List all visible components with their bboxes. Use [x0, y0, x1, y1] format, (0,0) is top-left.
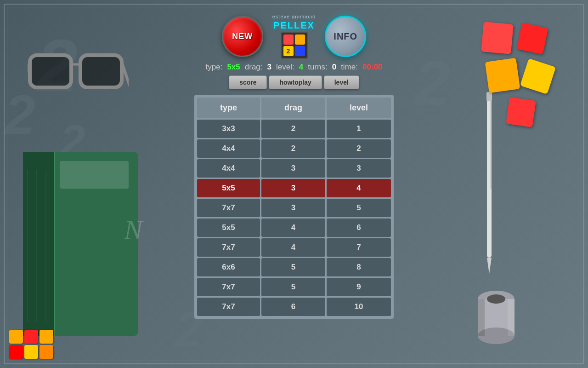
cell-drag-9: 6: [261, 298, 325, 316]
cell-type-4: 7x7: [197, 199, 260, 217]
cell-drag-8: 5: [261, 278, 325, 296]
new-button[interactable]: NEW: [222, 16, 263, 57]
turns-label: turns:: [308, 63, 328, 72]
cell-type-0: 3x3: [197, 120, 260, 138]
table-row[interactable]: 4x422: [197, 139, 391, 158]
pellex-cell-4: [295, 46, 305, 56]
table-row[interactable]: 7x735: [197, 199, 391, 217]
table-row[interactable]: 7x7610: [197, 298, 391, 316]
type-label: type:: [206, 63, 223, 72]
cell-drag-1: 2: [261, 139, 325, 158]
table-row[interactable]: 7x759: [197, 278, 391, 296]
status-bar: type: 5x5 drag: 3 level: 4 turns: 0 time…: [206, 63, 383, 72]
howtoplay-tab[interactable]: howtoplay: [269, 75, 322, 89]
turns-value: 0: [332, 63, 336, 72]
col-type: type: [197, 98, 260, 118]
cell-drag-4: 3: [261, 199, 325, 217]
cell-level-6: 7: [327, 238, 391, 257]
table-row[interactable]: 3x321: [197, 120, 391, 138]
cell-level-3: 4: [327, 179, 391, 197]
cell-level-5: 6: [327, 218, 391, 237]
header: NEW esteve animació PELLEX 2 INFO: [0, 0, 588, 59]
time-label: time:: [341, 63, 358, 72]
col-drag: drag: [261, 98, 325, 118]
cell-drag-5: 4: [261, 218, 325, 237]
cell-type-2: 4x4: [197, 159, 260, 178]
cell-type-7: 6x6: [197, 258, 260, 276]
cell-type-6: 7x7: [197, 238, 260, 257]
pellex-logo: esteve animació PELLEX 2: [272, 14, 316, 59]
tab-buttons: score howtoplay level: [229, 75, 359, 89]
pellex-cell-3: 2: [283, 46, 294, 56]
table-row[interactable]: 7x747: [197, 238, 391, 257]
main-content: NEW esteve animació PELLEX 2 INFO type: …: [0, 0, 588, 368]
cell-drag-7: 5: [261, 258, 325, 276]
level-label: level:: [276, 63, 294, 72]
cell-type-9: 7x7: [197, 298, 260, 316]
cell-level-4: 5: [327, 199, 391, 217]
pellex-cell-2: [295, 34, 305, 45]
info-button[interactable]: INFO: [325, 16, 366, 57]
level-value: 4: [299, 63, 303, 72]
time-value: 00:00: [362, 63, 382, 72]
cell-type-3: 5x5: [197, 179, 260, 197]
cell-type-5: 5x5: [197, 218, 260, 237]
table-row[interactable]: 5x534: [197, 179, 391, 197]
drag-label: drag:: [245, 63, 263, 72]
cell-level-2: 3: [327, 159, 391, 178]
col-level: level: [327, 98, 391, 118]
cell-level-0: 1: [327, 120, 391, 138]
game-title: PELLEX: [273, 20, 315, 31]
cell-drag-6: 4: [261, 238, 325, 257]
level-table: type drag level 3x3214x4224x4335x5347x73…: [194, 95, 394, 319]
table-row[interactable]: 4x433: [197, 159, 391, 178]
cell-drag-3: 3: [261, 179, 325, 197]
type-value: 5x5: [227, 63, 240, 72]
table-row[interactable]: 6x658: [197, 258, 391, 276]
cell-level-8: 9: [327, 278, 391, 296]
cell-drag-2: 3: [261, 159, 325, 178]
table-row[interactable]: 5x546: [197, 218, 391, 237]
cell-drag-0: 2: [261, 120, 325, 138]
pellex-grid: 2: [281, 32, 308, 59]
cell-level-9: 10: [327, 298, 391, 316]
level-tab[interactable]: level: [324, 75, 359, 89]
pellex-cell-1: [283, 34, 294, 45]
cell-level-1: 2: [327, 139, 391, 158]
cell-type-8: 7x7: [197, 278, 260, 296]
drag-value: 3: [267, 63, 271, 72]
cell-type-1: 4x4: [197, 139, 260, 158]
score-tab[interactable]: score: [229, 75, 267, 89]
brand-label: esteve animació: [272, 14, 316, 19]
cell-level-7: 8: [327, 258, 391, 276]
